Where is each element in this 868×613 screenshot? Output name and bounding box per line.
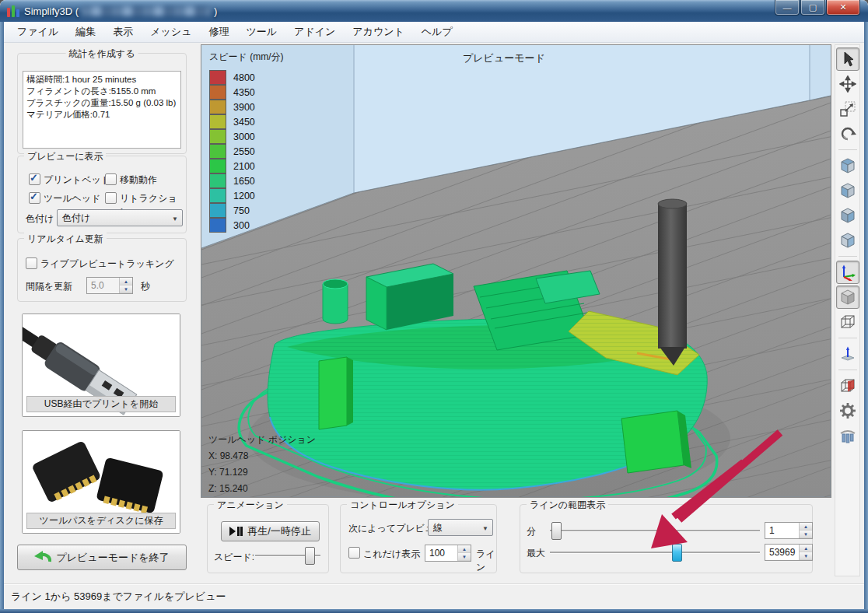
view-preset-4-button[interactable]: [836, 229, 859, 252]
minimize-button[interactable]: —: [775, 0, 800, 16]
green-return-arrow-icon: [34, 551, 51, 564]
range-max-label: 最大: [527, 547, 545, 560]
rotate-icon: [839, 125, 856, 142]
view-preset-2-button[interactable]: [836, 179, 859, 202]
settings-button[interactable]: [836, 399, 859, 422]
menu-item-ヘルプ[interactable]: ヘルプ: [413, 22, 461, 42]
show-axes-button[interactable]: [836, 261, 859, 284]
legend-entry: 1650: [209, 173, 284, 188]
menu-item-表示[interactable]: 表示: [104, 22, 142, 42]
view-cube-1-icon: [839, 157, 856, 174]
move-tool-button[interactable]: [836, 72, 859, 96]
spinner-down-icon[interactable]: ▼: [458, 553, 471, 561]
menu-item-編集[interactable]: 編集: [67, 22, 104, 42]
solid-view-button[interactable]: [836, 285, 859, 309]
interval-unit: 秒: [141, 280, 150, 293]
spinner-down-icon[interactable]: ▼: [120, 285, 132, 293]
coloring-select[interactable]: 色付け ▼: [57, 209, 183, 226]
menu-item-メッシュ[interactable]: メッシュ: [142, 22, 200, 42]
cursor-tool-button[interactable]: [836, 47, 859, 71]
scale-icon: [839, 100, 856, 117]
print-over-usb-button[interactable]: USB経由でプリントを開始: [22, 314, 180, 417]
exit-preview-label: プレビューモードを終了: [56, 551, 169, 565]
cross-section-button[interactable]: [836, 374, 859, 398]
checkbox-live-preview[interactable]: [26, 257, 37, 269]
legend-entry: 3000: [209, 129, 284, 144]
range-max-thumb[interactable]: [672, 544, 682, 562]
spinner-up-icon[interactable]: ▲: [458, 545, 471, 553]
toolhead-position-readout: ツールヘッド ポジション X: 98.478 Y: 71.129 Z: 15.2…: [208, 432, 316, 497]
menu-item-ツール[interactable]: ツール: [237, 22, 285, 42]
legend-swatch: [209, 100, 226, 114]
interval-value: 5.0: [87, 278, 119, 293]
spinner-up-icon[interactable]: ▲: [120, 278, 132, 285]
legend-swatch: [209, 203, 226, 218]
interval-spinner[interactable]: 5.0 ▲▼: [86, 277, 133, 294]
window-frame-bottom: [0, 609, 868, 613]
play-pause-button[interactable]: 再生/一時停止: [221, 521, 320, 541]
spinner-up-icon[interactable]: ▲: [800, 523, 812, 531]
maximize-button[interactable]: ▢: [800, 0, 825, 16]
range-max-spinner[interactable]: 53969 ▲▼: [765, 544, 813, 561]
speed-slider[interactable]: [255, 547, 320, 564]
checkbox-travel-moves-label: 移動動作: [120, 173, 157, 187]
surface-normal-icon: [839, 345, 856, 363]
sd-button-caption: ツールパスをディスクに保存: [26, 513, 176, 529]
spinner-up-icon[interactable]: ▲: [800, 545, 812, 552]
stats-line: フィラメントの長さ:5155.0 mm: [26, 86, 177, 97]
control-options-group: コントロールオプション 次によってプレビュー 線 ▼ これだけ表示 100 ▲▼…: [340, 504, 497, 573]
view-cube-3-icon: [839, 207, 856, 224]
surface-normals-button[interactable]: [836, 342, 859, 366]
legend-entry: 300: [209, 218, 284, 233]
animation-group: アニメーション 再生/一時停止 スピード:: [207, 504, 329, 573]
checkbox-print-bed[interactable]: [29, 173, 40, 185]
range-max-slider[interactable]: [550, 544, 760, 561]
rotate-tool-button[interactable]: [836, 122, 859, 145]
checkbox-tool-head[interactable]: [29, 192, 40, 204]
exit-preview-button[interactable]: プレビューモードを終了: [17, 545, 187, 570]
play-pause-icon: [229, 527, 243, 536]
3d-viewport[interactable]: スピード (mm/分) 4800435039003450300025502100…: [201, 44, 831, 498]
control-options-title: コントロールオプション: [347, 499, 458, 512]
only-show-unit: ライン: [476, 548, 496, 574]
menu-item-ファイル[interactable]: ファイル: [9, 22, 67, 42]
menu-item-アカウント[interactable]: アカウント: [344, 22, 413, 42]
close-button[interactable]: ✕: [826, 0, 860, 16]
save-toolpaths-button[interactable]: ツールパスをディスクに保存: [22, 430, 180, 534]
legend-value: 750: [233, 205, 250, 216]
view-preset-3-button[interactable]: [836, 204, 859, 227]
preview-display-title: プレビューに表示: [24, 150, 106, 163]
checkbox-travel-moves[interactable]: [105, 173, 117, 185]
legend-entry: 1200: [209, 188, 284, 203]
range-min-thumb[interactable]: [551, 522, 562, 540]
scale-tool-button[interactable]: [836, 97, 859, 121]
checkbox-print-bed-label: プリントベッド: [44, 173, 110, 187]
stats-line: プラスチックの重量:15.50 g (0.03 lb): [26, 97, 177, 109]
wireframe-view-button[interactable]: [836, 310, 859, 334]
supports-button[interactable]: [836, 424, 859, 447]
realtime-group: リアルタイム更新 ライブプレビュートラッキング 間隔を更新 5.0 ▲▼ 秒: [17, 238, 187, 302]
realtime-title: リアルタイム更新: [24, 233, 107, 246]
view-preset-1-button[interactable]: [836, 154, 859, 177]
legend-value: 3900: [233, 102, 255, 113]
range-min-slider[interactable]: [550, 522, 760, 539]
toolhead-x: X: 98.478: [208, 448, 316, 464]
legend-swatch: [209, 188, 226, 203]
menu-item-アドイン[interactable]: アドイン: [285, 22, 344, 42]
checkbox-only-show[interactable]: [348, 547, 360, 559]
range-min-spinner[interactable]: 1 ▲▼: [765, 522, 813, 539]
view-cube-2-icon: [839, 182, 856, 199]
app-window: Simplify3D () — ▢ ✕ ファイル編集表示メッシュ修理ツールアドイ…: [0, 0, 868, 613]
legend-swatch: [209, 218, 226, 233]
chevron-down-icon: ▼: [482, 525, 488, 532]
spinner-down-icon[interactable]: ▼: [800, 552, 812, 560]
legend-entry: 3450: [209, 114, 284, 129]
preview-by-select[interactable]: 線 ▼: [428, 519, 493, 536]
menu-item-修理[interactable]: 修理: [200, 22, 237, 42]
preview-by-value: 線: [433, 521, 443, 534]
speed-slider-thumb[interactable]: [305, 547, 315, 565]
checkbox-retraction[interactable]: [105, 192, 117, 204]
spinner-down-icon[interactable]: ▼: [800, 531, 812, 538]
only-show-spinner[interactable]: 100 ▲▼: [425, 545, 471, 562]
range-max-value: 53969: [765, 545, 799, 560]
